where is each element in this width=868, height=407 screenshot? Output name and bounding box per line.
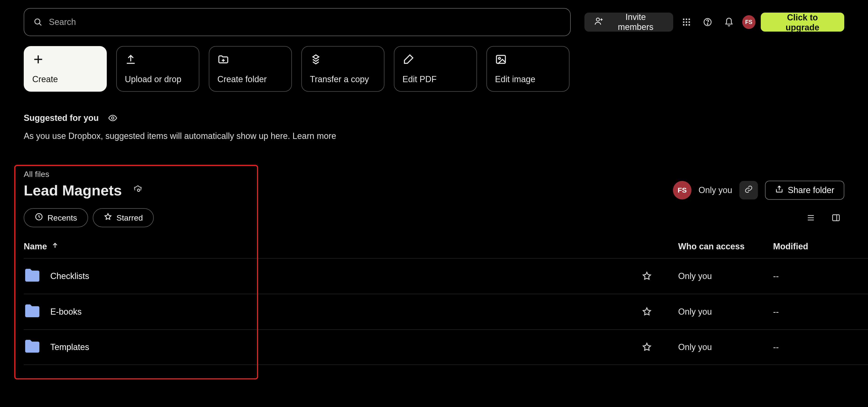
star-outline-icon — [104, 212, 112, 223]
edit-image-button[interactable]: Edit image — [487, 46, 569, 92]
create-label: Create — [32, 74, 106, 84]
row-modified: -- — [773, 342, 868, 352]
svg-point-11 — [683, 24, 685, 26]
share-folder-button[interactable]: Share folder — [765, 181, 844, 200]
table-row[interactable]: E-books Only you -- — [24, 294, 868, 329]
recents-label: Recents — [48, 213, 77, 223]
search-input[interactable] — [24, 8, 571, 36]
svg-point-0 — [35, 19, 40, 24]
upload-label: Upload or drop — [125, 74, 199, 84]
folder-avatar-initials: FS — [678, 186, 687, 194]
folder-icon — [24, 304, 41, 320]
suggested-heading: Suggested for you — [24, 113, 99, 123]
row-access: Only you — [678, 307, 773, 317]
folder-settings-button[interactable] — [130, 182, 147, 199]
svg-rect-20 — [496, 55, 505, 63]
folder-icon — [24, 268, 41, 284]
transfer-label: Transfer a copy — [310, 74, 384, 84]
star-row-button[interactable] — [642, 342, 652, 352]
svg-point-7 — [688, 19, 690, 20]
svg-point-23 — [137, 189, 140, 192]
copy-link-button[interactable] — [739, 181, 758, 200]
svg-rect-28 — [833, 215, 839, 221]
column-header-access[interactable]: Who can access — [678, 241, 773, 252]
suggested-text: As you use Dropbox, suggested items will… — [24, 131, 292, 141]
create-folder-button[interactable]: Create folder — [209, 46, 292, 92]
svg-line-1 — [39, 23, 41, 25]
table-row[interactable]: Checklists Only you -- — [24, 258, 868, 294]
access-header-label: Who can access — [678, 241, 745, 252]
row-modified: -- — [773, 307, 868, 317]
name-header-label: Name — [24, 241, 47, 252]
modified-header-label: Modified — [773, 241, 808, 252]
svg-point-8 — [683, 21, 685, 23]
create-folder-label: Create folder — [217, 74, 291, 84]
row-name: Checklists — [50, 271, 89, 281]
transfer-icon — [310, 53, 384, 67]
help-icon[interactable] — [700, 14, 716, 30]
details-panel-toggle[interactable] — [828, 209, 844, 226]
clock-icon — [35, 212, 43, 223]
svg-point-15 — [707, 24, 708, 25]
svg-point-5 — [683, 19, 685, 20]
edit-pdf-icon — [402, 53, 476, 67]
row-access: Only you — [678, 271, 773, 281]
upload-icon — [125, 53, 199, 67]
recents-filter[interactable]: Recents — [24, 208, 88, 227]
svg-point-21 — [499, 57, 500, 59]
folder-owner-avatar[interactable]: FS — [673, 181, 691, 200]
invite-members-button[interactable]: Invite members — [584, 12, 673, 32]
share-folder-label: Share folder — [788, 185, 834, 195]
avatar-initials: FS — [745, 19, 752, 25]
starred-filter[interactable]: Starred — [93, 208, 154, 227]
column-header-name[interactable]: Name — [24, 241, 678, 252]
upload-button[interactable]: Upload or drop — [116, 46, 199, 92]
user-avatar[interactable]: FS — [742, 15, 755, 29]
row-name: Templates — [50, 342, 89, 352]
sort-asc-icon — [51, 241, 59, 252]
file-table: Name Who can access Modified Ch — [24, 241, 868, 365]
edit-image-label: Edit image — [495, 74, 569, 84]
link-icon — [744, 185, 753, 196]
search-icon — [33, 8, 43, 36]
table-row[interactable]: Templates Only you -- — [24, 329, 868, 365]
eye-icon[interactable] — [104, 110, 121, 126]
svg-point-10 — [688, 21, 690, 23]
edit-pdf-label: Edit PDF — [402, 74, 476, 84]
share-icon — [775, 185, 783, 196]
invite-members-label: Invite members — [608, 12, 664, 32]
svg-point-12 — [685, 24, 687, 26]
search-field[interactable] — [24, 8, 571, 36]
starred-label: Starred — [117, 213, 143, 223]
row-name: E-books — [50, 307, 82, 317]
table-header: Name Who can access Modified — [24, 241, 868, 258]
star-row-button[interactable] — [642, 271, 652, 281]
learn-more-link[interactable]: Learn more — [292, 131, 336, 141]
folder-plus-icon — [217, 53, 291, 67]
plus-icon — [32, 53, 106, 67]
list-view-toggle[interactable] — [803, 209, 819, 226]
svg-point-13 — [688, 24, 690, 26]
create-button[interactable]: Create — [24, 46, 107, 92]
row-access: Only you — [678, 342, 773, 352]
svg-point-2 — [596, 18, 599, 21]
edit-pdf-button[interactable]: Edit PDF — [394, 46, 477, 92]
svg-point-6 — [685, 19, 687, 20]
svg-point-22 — [112, 117, 114, 119]
folder-title: Lead Magnets — [24, 182, 122, 199]
column-header-modified[interactable]: Modified — [773, 241, 868, 252]
add-user-icon — [594, 17, 603, 28]
notifications-icon[interactable] — [721, 14, 737, 30]
transfer-copy-button[interactable]: Transfer a copy — [301, 46, 384, 92]
app-grid-icon[interactable] — [678, 14, 694, 30]
folder-access-label: Only you — [699, 185, 732, 195]
folder-icon — [24, 339, 41, 355]
star-row-button[interactable] — [642, 307, 652, 317]
row-modified: -- — [773, 271, 868, 281]
edit-image-icon — [495, 53, 569, 67]
svg-point-9 — [685, 21, 687, 23]
upgrade-button[interactable]: Click to upgrade — [761, 12, 844, 32]
breadcrumb-all-files[interactable]: All files — [24, 170, 49, 179]
